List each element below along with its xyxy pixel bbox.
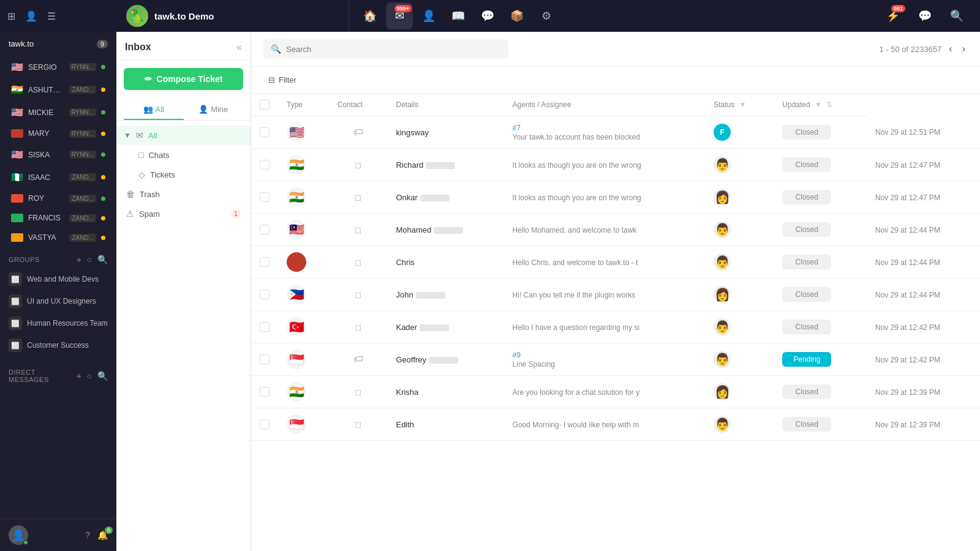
add-dm-icon[interactable]: + [77, 371, 82, 381]
contact-name[interactable]: Kader [396, 323, 417, 332]
nav-home[interactable]: 🏠 [356, 2, 383, 29]
help-icon[interactable]: ? [85, 530, 90, 540]
select-all-checkbox[interactable] [260, 100, 270, 110]
row-checkbox[interactable] [260, 257, 270, 267]
nav-inbox[interactable]: ✉ 999+ [386, 2, 413, 29]
row-checkbox[interactable] [260, 322, 270, 332]
contact-name[interactable]: Onkar [396, 193, 417, 202]
status-badge[interactable]: Closed [782, 157, 831, 172]
tab-mine-label: Mine [211, 105, 228, 114]
sidebar-item-mickie[interactable]: 🇺🇸 MICKIE RYNN... [2, 102, 114, 123]
sidebar-item-isaac[interactable]: 🇳🇬 ISAAC ZAND... [2, 167, 114, 188]
sidebar-item-sergio[interactable]: 🇺🇸 SERGIO RYNN... [2, 56, 114, 78]
bell-icon[interactable]: 🔔 8 [97, 530, 108, 540]
layers-icon[interactable]: ⊞ [7, 10, 15, 22]
nav-lightning[interactable]: ⚡ 861 [880, 2, 907, 29]
row-checkbox[interactable] [260, 192, 270, 202]
user-avatar[interactable]: 👤 [9, 525, 28, 545]
status-badge[interactable]: Closed [782, 384, 831, 399]
status-badge[interactable]: Closed [782, 190, 831, 204]
nav-chat-icon[interactable]: 💬 [911, 2, 938, 29]
nav-monitor[interactable]: 💬 [474, 2, 501, 29]
compose-ticket-button[interactable]: ✏ Compose Ticket [124, 68, 243, 90]
contact-name[interactable]: John [396, 290, 413, 299]
sidebar-item-vastya[interactable]: VASTYA ZAND... [2, 228, 114, 247]
table-row[interactable]: □ Chris Hello Chris, and welcome to tawk… [251, 246, 980, 279]
nav-item-chats[interactable]: □ Chats [121, 145, 251, 165]
status-badge[interactable]: Closed [782, 125, 831, 140]
nav-contacts[interactable]: 👤 [415, 2, 442, 29]
table-row[interactable]: 🇸🇬 □ Edith Good Morning- I would like he… [251, 408, 980, 441]
nav-item-tickets[interactable]: ◇ Tickets [121, 165, 251, 184]
status-badge[interactable]: Closed [782, 255, 831, 269]
contact-name[interactable]: Mohamed [396, 225, 431, 234]
filter-button[interactable]: ⊟ Filter [263, 73, 301, 87]
status-badge[interactable]: Closed [782, 287, 831, 302]
contact-name[interactable]: Krisha [396, 388, 418, 397]
updated-sort-icon[interactable]: ▼ [815, 100, 822, 109]
row-checkbox[interactable] [260, 354, 270, 364]
group-item-uiux[interactable]: ⬜ UI and UX Designers [0, 290, 116, 312]
status-badge[interactable]: Closed [782, 417, 831, 432]
row-checkbox[interactable] [260, 127, 270, 137]
agent-name: MICKIE [28, 108, 64, 117]
contact-name[interactable]: Chris [396, 258, 414, 267]
nav-item-trash[interactable]: 🗑 Trash [116, 184, 251, 204]
sort-direction-icon[interactable]: ⇅ [826, 100, 832, 109]
next-page-button[interactable]: › [960, 41, 968, 57]
search-icon: 🔍 [271, 44, 281, 54]
sidebar-item-siska[interactable]: 🇺🇸 SISKA RYNN... [2, 144, 114, 165]
collapse-icon[interactable]: « [236, 42, 242, 53]
table-row[interactable]: 🇹🇷 □ Kader Hello I have a question regar… [251, 311, 980, 343]
contact-name[interactable]: Richard [396, 160, 423, 170]
group-item-webmobile[interactable]: ⬜ Web and Mobile Devs [0, 268, 116, 290]
search-input[interactable] [286, 45, 501, 54]
group-item-customersuccess[interactable]: ⬜ Customer Success [0, 334, 116, 356]
group-search-icon[interactable]: 🔍 [97, 255, 108, 264]
status-sort-icon[interactable]: ▼ [739, 100, 747, 109]
details-link[interactable]: #9 [513, 351, 521, 359]
table-row[interactable]: 🇸🇬 🏷 Geoffrey #9Line Spacing 👨 Pending N… [251, 343, 980, 376]
table-row[interactable]: 🇲🇾 □ Mohamed Hello Mohamed, and welcome … [251, 214, 980, 246]
nav-item-spam[interactable]: ⚠ Spam 1 [116, 204, 251, 223]
table-row[interactable]: 🇵🇭 □ John Hi! Can you tell me if the plu… [251, 279, 980, 311]
row-checkbox[interactable] [260, 225, 270, 234]
status-badge[interactable]: Closed [782, 320, 831, 334]
sidebar-item-roy[interactable]: ROY ZAND... [2, 189, 114, 208]
status-badge[interactable]: Pending [782, 352, 831, 367]
updated-text: Nov 29 at 12:42 PM [875, 323, 940, 332]
tab-mine[interactable]: 👤 Mine [184, 100, 244, 120]
group-settings-icon[interactable]: ○ [87, 255, 92, 264]
contact-name[interactable]: Geoffrey [396, 355, 426, 364]
nav-plugins[interactable]: 📦 [503, 2, 530, 29]
details-link[interactable]: #7 [513, 124, 521, 132]
row-checkbox[interactable] [260, 290, 270, 299]
sidebar-item-ashutosh[interactable]: 🇮🇳 ASHUTOSH ZAND... [2, 79, 114, 100]
sidebar-item-mary[interactable]: MARY RYNN... [2, 124, 114, 143]
table-row[interactable]: 🇮🇳 □ Richard It looks as though you are … [251, 149, 980, 181]
col-status: Status [714, 100, 734, 109]
tab-all[interactable]: 👥 All [124, 100, 184, 120]
table-row[interactable]: 🇮🇳 □ Krisha Are you looking for a chat s… [251, 376, 980, 408]
contact-name[interactable]: kingsway [396, 128, 428, 137]
search-box[interactable]: 🔍 [263, 39, 508, 59]
group-item-hr[interactable]: ⬜ Human Resources Team [0, 312, 116, 334]
nav-item-all[interactable]: ▼ ✉ All [116, 126, 251, 145]
nav-settings[interactable]: ⚙ [533, 2, 560, 29]
row-checkbox[interactable] [260, 419, 270, 429]
person-icon[interactable]: 👤 [25, 10, 37, 22]
menu-icon[interactable]: ☰ [47, 10, 56, 22]
sidebar-item-francis[interactable]: FRANCIS ZAND... [2, 209, 114, 227]
nav-search[interactable]: 🔍 [943, 2, 970, 29]
table-row[interactable]: 🇺🇸 🏷 kingsway #7Your tawk.to account has… [251, 116, 980, 149]
row-checkbox[interactable] [260, 387, 270, 397]
table-row[interactable]: 🇮🇳 □ Onkar It looks as though you are on… [251, 181, 980, 214]
add-group-icon[interactable]: + [77, 255, 82, 264]
contact-name[interactable]: Edith [396, 420, 414, 429]
status-badge[interactable]: Closed [782, 222, 831, 237]
row-checkbox[interactable] [260, 160, 270, 170]
dm-settings-icon[interactable]: ○ [87, 371, 92, 381]
dm-search-icon[interactable]: 🔍 [97, 371, 108, 381]
prev-page-button[interactable]: ‹ [946, 41, 954, 57]
nav-knowledge[interactable]: 📖 [445, 2, 472, 29]
